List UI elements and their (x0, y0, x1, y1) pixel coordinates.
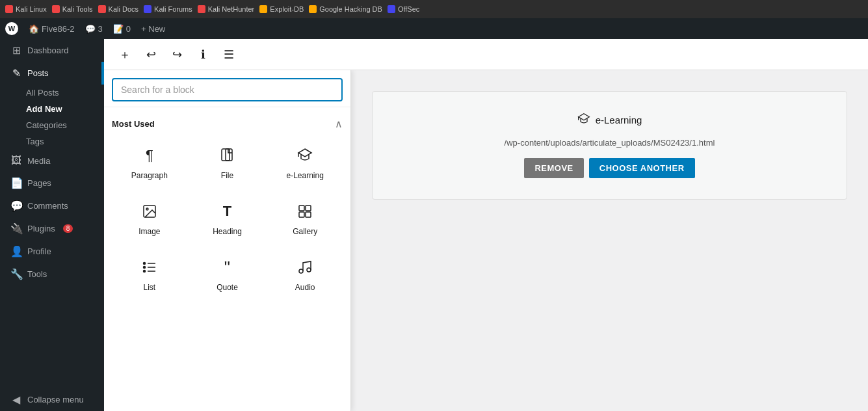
favicon-kali-linux (5, 5, 13, 13)
comments-item[interactable]: 💬 3 (85, 24, 103, 34)
dashboard-icon: ⊞ (10, 44, 22, 57)
tab-exploit-db[interactable]: Exploit-DB (259, 5, 304, 13)
elearning-block-icon (293, 144, 317, 167)
sidebar-item-dashboard[interactable]: ⊞ Dashboard (0, 39, 104, 62)
sidebar-item-label: Comments (27, 201, 68, 211)
add-block-button[interactable]: ＋ (114, 44, 135, 65)
document-outline-button[interactable]: ☰ (218, 44, 239, 65)
block-item-gallery[interactable]: Gallery (267, 191, 343, 245)
tab-kali-forums[interactable]: Kali Forums (144, 5, 192, 13)
sidebar-item-collapse[interactable]: ◀ Collapse menu (0, 388, 104, 411)
plugins-badge: 8 (63, 224, 73, 233)
sidebar-item-profile[interactable]: 👤 Profile (0, 240, 104, 263)
comments-count: 3 (98, 24, 103, 34)
elearning-title-icon (577, 113, 590, 127)
svg-rect-8 (306, 212, 311, 217)
block-item-file[interactable]: File (190, 135, 265, 189)
new-label: + New (141, 24, 165, 34)
favicon-google-hacking (309, 5, 317, 13)
remove-button[interactable]: REMOVE (524, 158, 583, 178)
info-button[interactable]: ℹ (192, 44, 213, 65)
audio-block-label: Audio (295, 283, 315, 292)
comments-icon: 💬 (85, 24, 96, 34)
editor-canvas: e-Learning /wp-content/uploads/articulat… (351, 70, 868, 411)
sidebar-item-comments[interactable]: 💬 Comments (0, 194, 104, 217)
sidebar-item-label: Pages (27, 178, 51, 188)
svg-point-14 (143, 271, 145, 272)
gallery-block-label: Gallery (293, 227, 317, 236)
paragraph-block-label: Paragraph (131, 171, 168, 180)
block-item-audio[interactable]: Audio (267, 247, 343, 300)
wp-admin-bar: W 🏠 Five86-2 💬 3 📝 0 + New (0, 18, 868, 39)
tab-kali-docs[interactable]: Kali Docs (98, 5, 138, 13)
svg-rect-6 (306, 206, 311, 211)
most-used-toggle[interactable]: ∧ (335, 118, 343, 130)
most-used-label: Most Used (112, 119, 155, 129)
block-item-heading[interactable]: T Heading (190, 191, 265, 245)
favicon-kali-forums (144, 5, 151, 13)
sidebar-item-label: Posts (27, 68, 49, 78)
file-block-icon (215, 144, 239, 167)
sidebar-item-media[interactable]: 🖼 Media (0, 150, 104, 172)
block-search-input[interactable] (112, 78, 343, 101)
sidebar-item-label: Dashboard (27, 46, 69, 55)
posts-icon: ✎ (10, 67, 22, 79)
tab-offsec[interactable]: OffSec (388, 5, 419, 13)
block-item-quote[interactable]: " Quote (190, 247, 265, 300)
sidebar-item-label: Media (27, 156, 50, 166)
wp-logo-item[interactable]: W (5, 22, 18, 35)
sidebar-item-tags[interactable]: Tags (21, 133, 104, 150)
media-icon: 🖼 (10, 155, 22, 166)
new-item[interactable]: + New (141, 24, 165, 34)
tab-kali-tools[interactable]: Kali Tools (52, 5, 93, 13)
favicon-kali-tools (52, 5, 60, 13)
wp-logo: W (5, 22, 18, 35)
notes-count: 0 (126, 24, 131, 34)
browser-bar: Kali Linux Kali Tools Kali Docs Kali For… (0, 0, 868, 18)
svg-point-15 (299, 269, 303, 273)
favicon-offsec (388, 5, 395, 13)
block-item-elearning[interactable]: e-Learning (267, 135, 343, 189)
info-icon: ℹ (201, 47, 205, 62)
sidebar-item-pages[interactable]: 📄 Pages (0, 172, 104, 194)
block-inserter-panel: Most Used ∧ ¶ Paragraph (104, 70, 351, 411)
posts-submenu: All Posts Add New Categories Tags (0, 85, 104, 150)
redo-button[interactable]: ↪ (166, 44, 187, 65)
elearning-actions: REMOVE CHOOSE ANOTHER (524, 158, 694, 178)
svg-point-4 (146, 208, 148, 210)
sidebar-item-posts[interactable]: ✎ Posts (0, 62, 104, 85)
block-item-list[interactable]: List (112, 247, 187, 300)
favicon-kali-nethunter (198, 5, 205, 13)
sidebar-item-label: Collapse menu (27, 395, 84, 404)
svg-point-12 (143, 263, 145, 265)
all-posts-label: All Posts (26, 88, 59, 98)
elearning-block-title: e-Learning (577, 113, 642, 127)
choose-another-button[interactable]: CHOOSE ANOTHER (589, 158, 695, 178)
block-search-wrap (104, 70, 350, 107)
sidebar-item-label: Tools (27, 269, 47, 279)
svg-point-13 (143, 267, 145, 269)
sidebar-item-label: Plugins (27, 224, 55, 233)
tab-kali-nethunter[interactable]: Kali NetHunter (198, 5, 255, 13)
block-item-image[interactable]: Image (112, 191, 187, 245)
quote-block-label: Quote (217, 283, 238, 292)
plugins-icon: 🔌 (10, 222, 22, 235)
undo-button[interactable]: ↩ (140, 44, 161, 65)
sidebar-item-plugins[interactable]: 🔌 Plugins 8 (0, 217, 104, 240)
elearning-content-block: e-Learning /wp-content/uploads/articulat… (372, 91, 847, 200)
notes-item[interactable]: 📝 0 (113, 24, 131, 34)
content-area: ＋ ↩ ↪ ℹ ☰ Mos (104, 39, 868, 411)
block-item-paragraph[interactable]: ¶ Paragraph (112, 135, 187, 189)
tab-kali-linux[interactable]: Kali Linux (5, 5, 47, 13)
collapse-icon: ◀ (10, 393, 22, 406)
tab-google-hacking[interactable]: Google Hacking DB (309, 5, 382, 13)
site-name-item[interactable]: 🏠 Five86-2 (29, 24, 75, 34)
image-block-icon (138, 200, 161, 223)
add-new-label: Add New (26, 104, 62, 114)
sidebar-item-categories[interactable]: Categories (21, 117, 104, 133)
sidebar-item-all-posts[interactable]: All Posts (21, 85, 104, 101)
svg-rect-1 (226, 149, 232, 161)
pages-icon: 📄 (10, 177, 22, 189)
sidebar-item-tools[interactable]: 🔧 Tools (0, 263, 104, 285)
sidebar-item-add-new[interactable]: Add New (21, 101, 104, 117)
